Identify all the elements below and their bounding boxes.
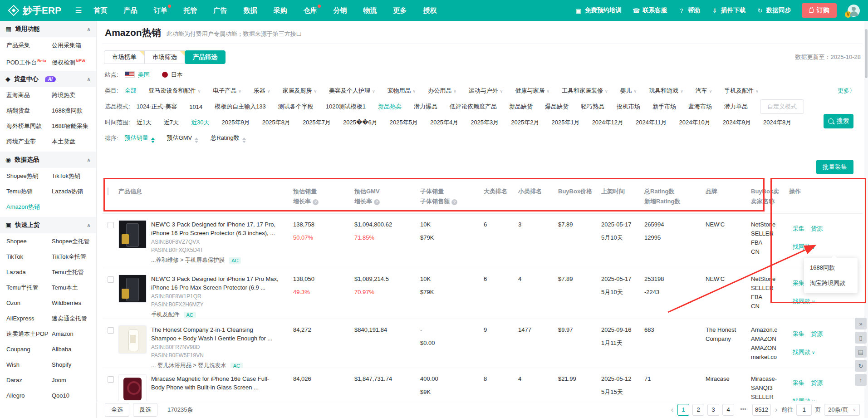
nav-item-3[interactable]: 托管: [183, 6, 197, 15]
nav-item-0[interactable]: 首页: [93, 6, 107, 15]
batch-collect-button[interactable]: 批量采集: [816, 160, 853, 174]
mode-option-14[interactable]: 潜力单品: [724, 103, 748, 111]
sidebar-item-3-9[interactable]: Wildberries: [52, 295, 96, 311]
product-title[interactable]: iPhone 16 Pro Screen Protector (6.3 inch…: [151, 229, 275, 237]
sidebar-item-2-2[interactable]: Temu热销: [6, 184, 52, 199]
mode-option-9[interactable]: 爆品缺货: [545, 103, 569, 111]
mode-option-3[interactable]: 测试各个字段: [278, 103, 314, 111]
tab-1[interactable]: 市场筛选: [144, 50, 185, 64]
page-size-select[interactable]: 20条/页∨: [824, 404, 860, 416]
refresh-icon[interactable]: ↻: [855, 360, 867, 372]
sidebar-item-3-18[interactable]: Daraz: [6, 373, 52, 388]
prev-page-icon[interactable]: ‹: [670, 406, 674, 414]
site-option-0[interactable]: 美国: [125, 71, 150, 79]
sidebar-item-3-16[interactable]: Wish: [6, 357, 52, 373]
sidebar-item-0-0[interactable]: 产品采集: [6, 38, 52, 53]
sidebar-item-3-1[interactable]: Shopee全托管: [52, 234, 96, 249]
help-circle-icon[interactable]: ?: [313, 199, 319, 205]
time-option-12[interactable]: 2024年12月: [592, 118, 623, 127]
nav-item-9[interactable]: 物流: [363, 6, 377, 15]
mode-option-11[interactable]: 投机市场: [617, 103, 640, 111]
nav-item-7[interactable]: 仓库: [303, 6, 317, 15]
find-same-link[interactable]: 找同款∨: [793, 297, 815, 305]
order-button[interactable]: 订购: [802, 3, 837, 18]
sort-option-2[interactable]: 总Rating数: [211, 134, 246, 143]
op-link-1[interactable]: 货源: [811, 330, 823, 337]
sidebar-item-3-15[interactable]: Alibaba: [52, 342, 96, 357]
sidebar-item-0-2[interactable]: POD工作台Beta: [6, 53, 52, 69]
mobile-preview-icon[interactable]: ▯: [855, 332, 867, 344]
invert-select-button[interactable]: 反选: [133, 403, 157, 417]
sidebar-item-2-3[interactable]: Lazada热销: [52, 184, 96, 199]
help-circle-icon[interactable]: ?: [451, 199, 457, 205]
time-option-14[interactable]: 2024年10月: [679, 118, 710, 127]
nav-item-2[interactable]: 订单: [153, 6, 167, 15]
op-link-1[interactable]: 货源: [811, 225, 823, 232]
sidebar-item-3-3[interactable]: TikTok全托管: [52, 249, 96, 265]
chevron-up-icon[interactable]: ∧: [87, 76, 91, 82]
product-title[interactable]: iPhone 16 Pro Max Screen Protector (6.9 …: [151, 283, 279, 292]
tab-2[interactable]: 产品筛选: [185, 50, 226, 64]
category-option-3[interactable]: 家居及厨房∨: [282, 87, 317, 95]
page-4[interactable]: 4: [722, 404, 734, 416]
menu-collapse-icon[interactable]: ☰: [75, 6, 82, 15]
sort-asc-icon[interactable]: [242, 138, 246, 140]
user-avatar[interactable]: V: [848, 5, 860, 17]
sidebar-section-1[interactable]: ◆货盘中心AI∧: [0, 71, 96, 87]
sidebar-item-3-19[interactable]: Joom: [52, 373, 96, 388]
select-all-button[interactable]: 全选: [105, 403, 129, 417]
mode-option-7[interactable]: 低评论依赖度产品: [450, 103, 497, 111]
category-all[interactable]: 全部: [125, 87, 137, 95]
category-option-4[interactable]: 美容及个人护理∨: [329, 87, 375, 95]
nav-item-4[interactable]: 广告: [213, 6, 227, 15]
time-option-5[interactable]: 2025年7月: [303, 118, 331, 127]
time-option-11[interactable]: 2025年1月: [551, 118, 579, 127]
sort-asc-icon[interactable]: [195, 138, 198, 140]
sidebar-item-2-0[interactable]: Shopee热销: [6, 168, 52, 184]
sidebar-section-0[interactable]: ▦通用功能∧: [0, 21, 96, 37]
time-option-9[interactable]: 2025年3月: [471, 118, 499, 127]
nav-tool-0[interactable]: ▣免费预约培训: [575, 6, 622, 15]
time-option-10[interactable]: 2025年2月: [511, 118, 539, 127]
op-link-1[interactable]: 货源: [811, 379, 823, 386]
product-image[interactable]: [118, 220, 147, 248]
sort-asc-icon[interactable]: [151, 138, 155, 140]
sidebar-item-1-4[interactable]: 海外榜单同款: [6, 118, 52, 134]
page-2[interactable]: 2: [692, 404, 704, 416]
sidebar-item-1-2[interactable]: 精翻货盘: [6, 103, 52, 118]
mode-option-10[interactable]: 轻巧熟品: [581, 103, 604, 111]
collapse-panel-icon[interactable]: »: [855, 318, 867, 329]
category-option-11[interactable]: 玩具和游戏∨: [649, 87, 683, 95]
brand-logo[interactable]: 妙手ERP: [8, 4, 61, 17]
category-option-12[interactable]: 汽车∨: [696, 87, 712, 95]
nav-item-1[interactable]: 产品: [123, 6, 137, 15]
sort-desc-icon[interactable]: [195, 141, 198, 143]
dropdown-item-1[interactable]: 淘宝跨境同款: [804, 275, 858, 291]
mode-option-2[interactable]: 模板的自主输入133: [215, 103, 266, 111]
sidebar-item-1-1[interactable]: 跨境热卖: [52, 88, 96, 103]
category-option-13[interactable]: 手机及配件∨: [724, 87, 759, 95]
sidebar-section-2[interactable]: ◉数据选品∧: [0, 152, 96, 168]
nav-item-8[interactable]: 分销: [333, 6, 347, 15]
nav-tool-3[interactable]: ⇓插件下载: [711, 6, 745, 15]
time-option-15[interactable]: 2024年9月: [723, 118, 751, 127]
category-option-1[interactable]: 电子产品∨: [213, 87, 241, 95]
time-option-1[interactable]: 近7天: [164, 118, 179, 127]
mode-option-12[interactable]: 新手市场: [652, 103, 676, 111]
sort-option-1[interactable]: 预估GMV: [167, 134, 199, 143]
time-option-2[interactable]: 近30天: [191, 118, 209, 127]
op-link-0[interactable]: 采集: [793, 379, 804, 386]
sidebar-item-3-21[interactable]: Qoo10: [52, 388, 96, 403]
select-all-checkbox[interactable]: [108, 187, 108, 195]
sidebar-item-3-6[interactable]: Temu半托管: [6, 280, 52, 295]
sidebar-item-3-14[interactable]: Coupang: [6, 342, 52, 357]
sidebar-item-2-1[interactable]: TikTok热销: [52, 168, 96, 184]
sort-desc-icon[interactable]: [151, 141, 155, 143]
nav-item-10[interactable]: 更多: [393, 6, 407, 15]
page-•••[interactable]: •••: [737, 404, 749, 416]
chevron-up-icon[interactable]: ∧: [87, 157, 91, 163]
help-circle-icon[interactable]: ?: [374, 199, 380, 205]
custom-mode-button[interactable]: 自定义模式: [760, 99, 804, 114]
goto-page-input[interactable]: [796, 404, 812, 416]
time-option-3[interactable]: 2025年9月: [222, 118, 250, 127]
